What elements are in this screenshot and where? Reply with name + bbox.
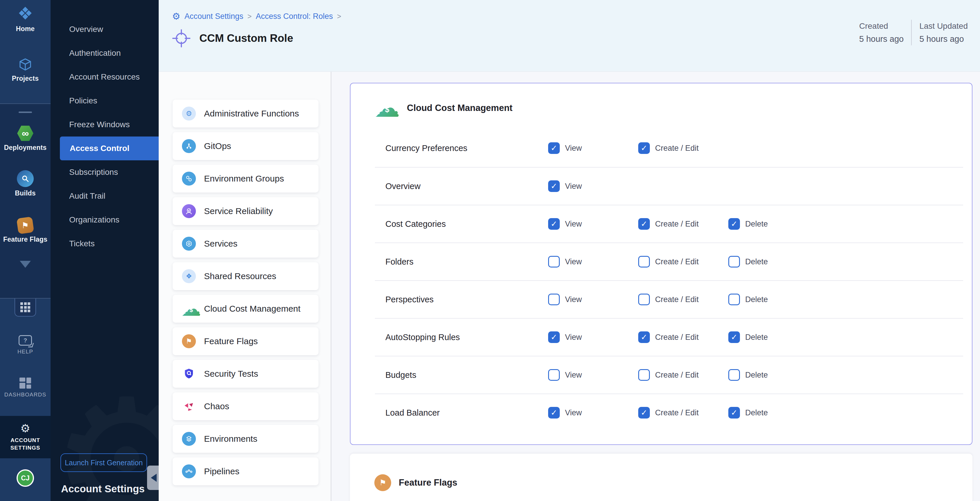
delete-permission-cell: Delete [728,369,818,381]
delete-checkbox[interactable] [728,293,740,305]
create-edit-checkbox[interactable] [638,369,650,381]
nav-item-subscriptions[interactable]: Subscriptions [51,160,159,184]
account-settings-nav: ⚙ Overview Authentication Account Resour… [51,0,159,501]
create-edit-checkbox[interactable] [638,331,650,343]
pipelines-icon [182,465,196,478]
delete-checkbox[interactable] [728,256,740,268]
create-edit-checkbox[interactable] [638,407,650,419]
cloud-cost-management-icon: ☁ $ [375,98,399,117]
main-content: ⚙ Account Settings > Access Control: Rol… [159,0,980,501]
resource-group-gitops[interactable]: GitOps [173,132,318,160]
view-checkbox[interactable] [548,407,560,419]
view-checkbox[interactable] [548,142,560,154]
account-settings-label: ACCOUNTSETTINGS [11,436,40,452]
resource-group-cloud-cost-management[interactable]: ☁ $ Cloud Cost Management [173,295,318,323]
view-checkbox[interactable] [548,256,560,268]
resource-group-chaos[interactable]: Chaos [173,392,318,420]
create-edit-checkbox[interactable] [638,218,650,230]
sidebar-item-dashboards[interactable]: DASHBOARDS [4,377,46,398]
nav-item-overview[interactable]: Overview [51,17,159,41]
nav-item-tickets[interactable]: Tickets [51,232,159,255]
nav-item-audit-trail[interactable]: Audit Trail [51,184,159,208]
user-avatar[interactable]: CJ [17,469,34,487]
module-rail: ❖ Home Projects ∞ Deployments [0,0,51,501]
resource-group-feature-flags[interactable]: ⚑ Feature Flags [173,327,318,355]
delete-checkbox[interactable] [728,369,740,381]
admin-functions-gear-icon: ⚙ [182,106,196,120]
subnav-title: Account Settings [61,483,145,495]
launch-first-generation-button[interactable]: Launch First Generation [60,453,147,472]
create-edit-permission-cell: Create / Edit [638,142,728,154]
create-edit-checkbox[interactable] [638,256,650,268]
view-permission-cell: View [548,331,638,343]
sidebar-item-builds[interactable]: Builds [15,170,35,197]
create-edit-permission-cell: Create / Edit [638,293,728,305]
page-header: ⚙ Account Settings > Access Control: Rol… [159,0,980,72]
resource-group-list: ⚙ Administrative Functions GitOps Enviro… [159,72,331,501]
dashboards-label: DASHBOARDS [4,392,46,398]
create-edit-checkbox[interactable] [638,142,650,154]
sidebar-item-deployments[interactable]: ∞ Deployments [4,125,47,152]
permission-row-budgets: Budgets View Create / Edit Delete [375,356,963,393]
nav-item-freeze-windows[interactable]: Freeze Windows [51,113,159,136]
sidebar-item-feature-flags[interactable]: ⚑ Feature Flags [3,217,48,243]
rail-expand-chevron-down-icon[interactable] [20,261,31,268]
view-checkbox[interactable] [548,180,560,192]
feature-flags-circle-icon: ⚑ [374,474,391,491]
nav-item-policies[interactable]: Policies [51,89,159,113]
resource-group-services[interactable]: Services [173,230,318,258]
breadcrumb-account-settings[interactable]: Account Settings [185,12,243,21]
builds-icon [17,170,34,187]
view-permission-cell: View [548,256,638,268]
resource-group-administrative-functions[interactable]: ⚙ Administrative Functions [173,100,318,127]
feature-flags-permissions-section: ⚑ Feature Flags [350,453,972,501]
feature-flags-icon: ⚑ [17,217,34,235]
help-chat-icon: ? [19,335,32,346]
view-permission-cell: View [548,180,638,192]
builds-label: Builds [15,189,35,197]
create-edit-checkbox[interactable] [638,293,650,305]
nav-item-access-control[interactable]: Access Control [60,136,159,160]
help-button[interactable]: ? HELP [18,335,33,355]
delete-checkbox[interactable] [728,331,740,343]
delete-permission-cell: Delete [728,331,818,343]
delete-checkbox[interactable] [728,218,740,230]
nav-item-authentication[interactable]: Authentication [51,41,159,65]
view-checkbox[interactable] [548,218,560,230]
sidebar-item-projects[interactable]: Projects [12,57,39,82]
resource-group-service-reliability[interactable]: Service Reliability [173,197,318,225]
app-root: ❖ Home Projects ∞ Deployments [0,0,980,501]
breadcrumb-access-control-roles[interactable]: Access Control: Roles [256,12,333,21]
resource-group-shared-resources[interactable]: ❖ Shared Resources [173,262,318,290]
rail-divider-dash [19,111,32,113]
permissions-area: ☁ $ Cloud Cost Management Currency Prefe… [331,72,980,501]
all-modules-grid-button[interactable] [14,298,36,317]
create-edit-permission-cell: Create / Edit [638,256,728,268]
resource-group-pipelines[interactable]: Pipelines [173,457,318,485]
sidebar-item-home[interactable]: ❖ Home [16,5,35,33]
view-checkbox[interactable] [548,369,560,381]
home-label: Home [16,25,35,33]
chevron-right-icon: > [337,12,342,21]
delete-checkbox[interactable] [728,407,740,419]
collapse-sidebar-button[interactable] [147,466,159,490]
section-title: Feature Flags [399,477,457,488]
created-value: 5 hours ago [859,33,904,45]
harness-logo-icon: ❖ [18,5,33,23]
resource-group-environments[interactable]: Environments [173,425,318,453]
view-checkbox[interactable] [548,331,560,343]
deployments-icon: ∞ [17,125,34,141]
nav-item-organizations[interactable]: Organizations [51,208,159,232]
sidebar-item-account-settings[interactable]: ⚙ ACCOUNTSETTINGS [0,416,51,458]
delete-permission-cell: Delete [728,293,818,305]
resource-group-environment-groups[interactable]: Environment Groups [173,165,318,193]
cube-icon [18,57,33,72]
view-checkbox[interactable] [548,293,560,305]
delete-permission-cell: Delete [728,256,818,268]
role-crosshair-icon [172,29,191,48]
nav-item-account-resources[interactable]: Account Resources [51,65,159,89]
resource-group-security-tests[interactable]: Security Tests [173,360,318,388]
feature-flags-circle-icon: ⚑ [182,334,196,348]
permission-row-folders: Folders View Create / Edit Delete [375,243,963,280]
ccm-permissions-panel: ☁ $ Cloud Cost Management Currency Prefe… [350,83,972,445]
